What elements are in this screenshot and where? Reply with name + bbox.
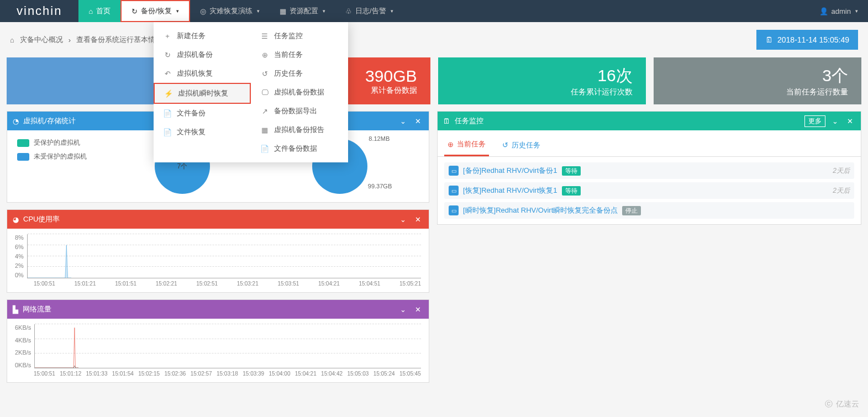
task-link[interactable]: [恢复]Redhat RHV/Ovirt恢复1 (463, 186, 557, 196)
chevron-right-icon: › (69, 36, 71, 44)
chart-icon: ▙ (13, 305, 18, 314)
menu-item-icon: ↗ (261, 107, 269, 115)
dropdown-item[interactable]: 🖵虚拟机备份数据 (251, 83, 348, 102)
stat-label: 当前任务运行数量 (786, 87, 848, 97)
legend-label: 未受保护的虚拟机 (34, 152, 87, 161)
nav-user-label: admin (832, 7, 851, 15)
menu-item-icon: 📄 (261, 145, 269, 153)
nav-disaster-drill[interactable]: ◎ 灾难恢复演练 ▾ (190, 0, 270, 22)
gauge-icon: ◕ (13, 215, 19, 224)
tab-history-tasks[interactable]: ↺ 历史任务 (499, 134, 544, 156)
nav-backup-label: 备份/恢复 (141, 6, 172, 16)
legend-swatch (17, 139, 29, 147)
dropdown-item[interactable]: 📄文件恢复 (154, 123, 251, 141)
top-navbar: vinchin ⌂ 首页 ↻ 备份/恢复 ▾ ◎ 灾难恢复演练 ▾ ▦ 资源配置… (0, 0, 868, 22)
legend-swatch (17, 153, 29, 161)
stat-value: 16次 (597, 65, 632, 87)
close-icon[interactable]: ✕ (413, 215, 423, 224)
task-status-badge: 等待 (562, 166, 581, 176)
task-time: 2天后 (833, 166, 850, 176)
dropdown-item[interactable]: ⊕当前任务 (251, 45, 348, 64)
collapse-icon[interactable]: ⌄ (830, 117, 840, 125)
brand-logo: vinchin (0, 0, 78, 22)
menu-item-icon: ☰ (261, 32, 269, 40)
nav-home[interactable]: ⌂ 首页 (78, 0, 120, 22)
dropdown-item[interactable]: +新建任务 (154, 27, 251, 45)
net-x-axis: 15:00:5115:01:1215:01:3315:01:5415:02:15… (15, 371, 421, 377)
stat-label: 累计备份数据 (371, 86, 417, 96)
cpu-usage-panel: ◕ CPU使用率 ⌄ ✕ 8%6%4%2%0% (7, 209, 429, 293)
close-icon[interactable]: ✕ (413, 117, 423, 125)
dropdown-item[interactable]: ▦虚拟机备份报告 (251, 120, 348, 139)
tab-current-tasks[interactable]: ⊕ 当前任务 (444, 134, 489, 156)
stat-value: 390GB (365, 67, 417, 86)
collapse-icon[interactable]: ⌄ (398, 305, 408, 314)
nav-resource-label: 资源配置 (290, 6, 318, 16)
grid-icon: ▦ (280, 7, 286, 15)
user-icon: 👤 (819, 7, 828, 15)
menu-item-label: 虚拟机备份报告 (274, 125, 324, 135)
legend-label: 受保护的虚拟机 (34, 138, 80, 147)
vm-legend: 受保护的虚拟机未受保护的虚拟机 (17, 138, 87, 194)
task-status-badge: 停止 (622, 206, 641, 215)
dropdown-item[interactable]: ↶虚拟机恢复 (154, 64, 251, 83)
task-list: ▭[备份]Redhat RHV/Ovirt备份1等待2天后▭[恢复]Redhat… (438, 157, 861, 224)
more-button[interactable]: 更多 (804, 115, 825, 127)
close-icon[interactable]: ✕ (413, 305, 423, 314)
chevron-down-icon: ▾ (257, 8, 260, 14)
pie-label-top: 8.12MB (369, 135, 390, 142)
menu-item-label: 历史任务 (274, 68, 303, 78)
target-icon: ◎ (200, 7, 206, 15)
nav-disaster-label: 灾难恢复演练 (209, 6, 252, 16)
menu-item-label: 文件恢复 (177, 127, 206, 137)
task-tabs: ⊕ 当前任务 ↺ 历史任务 (438, 130, 861, 157)
menu-item-icon: ↺ (261, 70, 269, 78)
chevron-down-icon: ▾ (391, 8, 393, 14)
stat-value: 3个 (822, 65, 848, 87)
nav-backup-restore[interactable]: ↻ 备份/恢复 ▾ (120, 0, 190, 22)
dropdown-item[interactable]: 📄文件备份 (154, 104, 251, 123)
collapse-icon[interactable]: ⌄ (398, 215, 408, 224)
stat-card: 3个当前任务运行数量 (654, 57, 861, 104)
close-icon[interactable]: ✕ (845, 117, 855, 125)
bell-icon: ♧ (345, 7, 352, 15)
task-type-icon: ▭ (449, 186, 459, 196)
menu-item-label: 当前任务 (274, 50, 303, 60)
menu-item-icon: ↶ (164, 70, 171, 78)
cpu-chart (27, 234, 421, 278)
nav-resource-config[interactable]: ▦ 资源配置 ▾ (270, 0, 335, 22)
network-traffic-panel: ▙ 网络流量 ⌄ ✕ 6KB/s4KB/s2KB/s0KB/s (7, 299, 429, 383)
breadcrumb-root[interactable]: 灾备中心概况 (20, 35, 63, 45)
stat-card: 16次任务累计运行次数 (438, 57, 646, 104)
datetime-text: 2018-11-14 15:05:49 (777, 35, 849, 44)
task-link[interactable]: [备份]Redhat RHV/Ovirt备份1 (463, 166, 557, 176)
dropdown-item[interactable]: ☰任务监控 (251, 27, 348, 45)
cpu-y-axis: 8%6%4%2%0% (15, 234, 24, 278)
menu-item-icon: + (164, 32, 171, 40)
collapse-icon[interactable]: ⌄ (398, 117, 408, 125)
dropdown-item[interactable]: 📄文件备份数据 (251, 139, 348, 158)
nav-user-menu[interactable]: 👤 admin ▾ (809, 0, 868, 22)
menu-item-label: 备份数据导出 (274, 106, 317, 116)
dropdown-item[interactable]: ⚡虚拟机瞬时恢复 (154, 83, 251, 104)
task-type-icon: ▭ (449, 166, 459, 176)
menu-item-label: 任务监控 (274, 31, 303, 41)
menu-item-label: 文件备份 (177, 108, 206, 118)
backup-restore-dropdown: +新建任务↻虚拟机备份↶虚拟机恢复⚡虚拟机瞬时恢复📄文件备份📄文件恢复 ☰任务监… (154, 22, 348, 162)
breadcrumb-current: 查看备份系统运行基本情 (76, 35, 155, 45)
dropdown-item[interactable]: ↺历史任务 (251, 64, 348, 83)
legend-item: 受保护的虚拟机 (17, 138, 87, 147)
dropdown-item[interactable]: ↻虚拟机备份 (154, 45, 251, 64)
task-row: ▭[备份]Redhat RHV/Ovirt备份1等待2天后 (444, 162, 854, 179)
datetime-display: 🗓 2018-11-14 15:05:49 (756, 30, 858, 50)
refresh-icon: ↻ (131, 7, 138, 15)
menu-item-icon: ↻ (164, 51, 171, 59)
nav-log-alert[interactable]: ♧ 日志/告警 ▾ (335, 0, 403, 22)
cpu-x-axis: 15:00:5115:01:2115:01:5115:02:2115:02:51… (15, 281, 421, 287)
task-time: 2天后 (833, 186, 850, 196)
menu-item-icon: 🖵 (261, 88, 269, 97)
dropdown-item[interactable]: ↗备份数据导出 (251, 102, 348, 120)
menu-item-label: 虚拟机瞬时恢复 (178, 88, 228, 98)
task-link[interactable]: [瞬时恢复]Redhat RHV/Ovirt瞬时恢复完全备份点 (463, 205, 618, 215)
net-y-axis: 6KB/s4KB/s2KB/s0KB/s (15, 324, 31, 368)
